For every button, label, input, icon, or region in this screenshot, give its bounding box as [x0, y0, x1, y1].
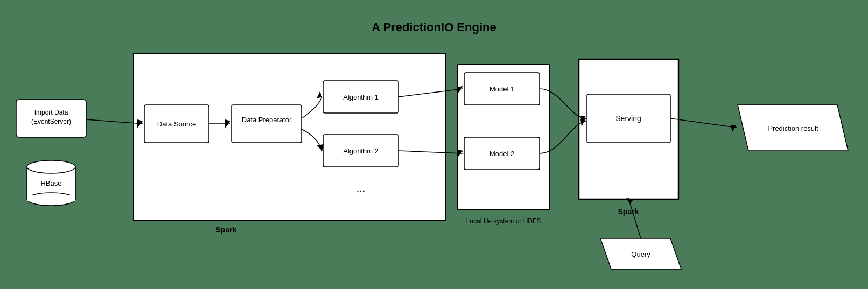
diagram-container: A PredictionIO Engine Spark Local file s…: [0, 0, 868, 289]
algorithm1-label: Algorithm 1: [343, 93, 379, 101]
serving-label: Serving: [615, 114, 641, 123]
spark-label-1: Spark: [216, 225, 237, 234]
prediction-result-label: Prediction result: [768, 124, 818, 132]
import-data-label: Import Data: [34, 109, 68, 116]
import-data-label2: (EventServer): [31, 118, 71, 125]
spark-label-2: Spark: [618, 207, 639, 216]
dots-label: ···: [356, 184, 366, 196]
model1-label: Model 1: [489, 85, 514, 93]
data-preparator-box: [232, 105, 302, 143]
hbase-cover: [27, 195, 75, 201]
hbase-label: HBase: [40, 179, 61, 187]
data-preparator-label: Data Preparator: [242, 116, 292, 124]
query-label: Query: [631, 250, 650, 258]
diagram-title: A PredictionIO Engine: [372, 20, 496, 34]
algorithm2-label: Algorithm 2: [343, 147, 379, 155]
model2-label: Model 2: [489, 150, 514, 158]
local-fs-label: Local file system or HDFS: [466, 217, 541, 225]
hbase-cylinder-top: [27, 160, 75, 173]
data-source-label: Data Source: [157, 120, 196, 128]
